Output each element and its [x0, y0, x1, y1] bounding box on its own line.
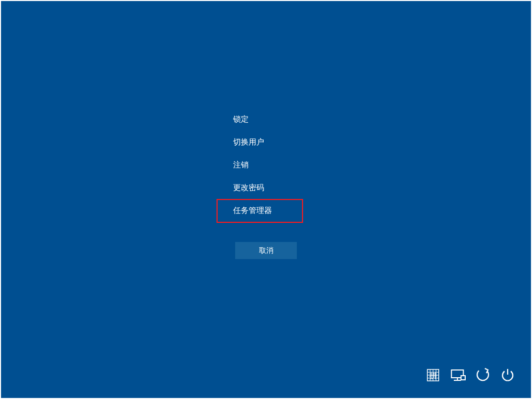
system-tray: 拼	[427, 369, 514, 381]
ime-icon[interactable]: 拼	[427, 369, 439, 381]
power-icon[interactable]	[501, 369, 514, 381]
ime-label: 拼	[429, 371, 437, 380]
menu-item-task-manager[interactable]: 任务管理器	[233, 205, 272, 216]
network-icon[interactable]	[452, 369, 464, 381]
cancel-button[interactable]: 取消	[235, 242, 297, 259]
security-options-screen: 锁定 切换用户 注销 更改密码 任务管理器 取消 拼	[1, 1, 531, 398]
security-options-menu: 锁定 切换用户 注销 更改密码 任务管理器	[233, 114, 272, 228]
menu-item-lock[interactable]: 锁定	[233, 114, 272, 124]
ease-of-access-icon[interactable]	[477, 369, 489, 381]
menu-item-switch-user[interactable]: 切换用户	[233, 137, 272, 147]
menu-item-sign-out[interactable]: 注销	[233, 160, 272, 170]
menu-item-change-password[interactable]: 更改密码	[233, 182, 272, 193]
svg-rect-10	[461, 376, 465, 380]
